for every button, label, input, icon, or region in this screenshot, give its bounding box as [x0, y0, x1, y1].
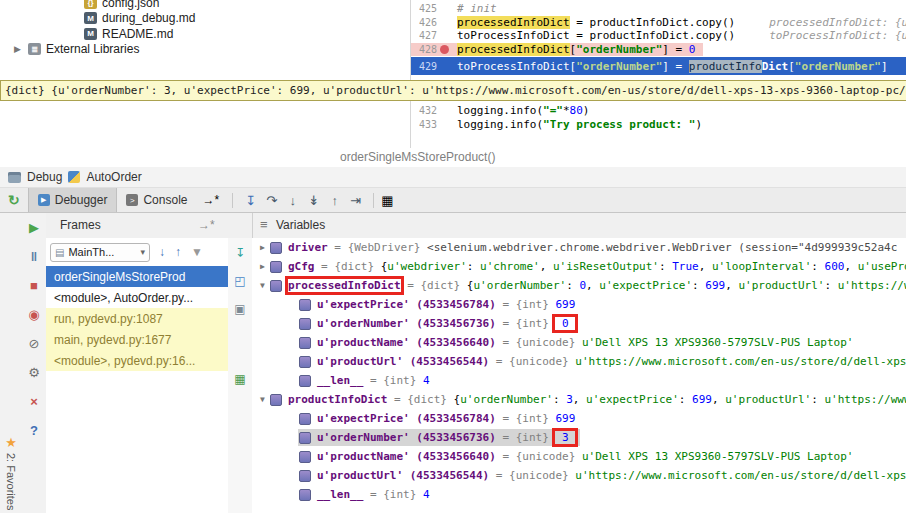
- line-number[interactable]: 427: [411, 30, 437, 41]
- editor-line-426[interactable]: 426processedInfoDict = productInfoDict.c…: [411, 16, 906, 30]
- stepping-toolbar: ↧↷↓↡↑⇥: [240, 193, 366, 208]
- frame-row[interactable]: <module>, pydevd.py:16...: [46, 350, 228, 371]
- close-icon[interactable]: ×: [22, 395, 46, 409]
- variable-row[interactable]: u'productUrl' (4533456544) = {unicode} u…: [252, 466, 906, 485]
- editor-line-432[interactable]: 432logging.info("="*80): [411, 104, 906, 118]
- text-segment: :: [679, 393, 692, 406]
- text-segment: toProcessInfoDict = productInfoDict.copy…: [457, 29, 735, 42]
- tree-item-external-libraries[interactable]: ▶External Libraries: [0, 42, 410, 58]
- code-text: processedInfoDict["orderNumber"] = 0: [451, 43, 695, 56]
- prev-frame-icon[interactable]: ↑: [175, 245, 181, 259]
- text-segment: __len__: [317, 374, 363, 387]
- text-segment: :: [811, 393, 824, 406]
- editor-line-427[interactable]: 427toProcessInfoDict = productInfoDict.c…: [411, 29, 906, 43]
- variable-row[interactable]: __len__ = {int} 4: [252, 371, 906, 390]
- hide-library-frames-icon[interactable]: ▼: [191, 245, 203, 259]
- variable-row[interactable]: ▼processedInfoDict = {dict} {u'orderNumb…: [252, 276, 906, 295]
- variable-row[interactable]: __len__ = {int} 4: [252, 485, 906, 504]
- tab-console[interactable]: Console: [117, 188, 196, 212]
- restore-frame-icon[interactable]: ↧: [228, 246, 252, 260]
- variable-icon: [299, 489, 311, 501]
- settings-icon[interactable]: ⚙: [22, 366, 46, 380]
- pause-icon[interactable]: ‖: [22, 250, 46, 264]
- text-segment: u'productUrl': [738, 279, 824, 292]
- variable-row[interactable]: u'productUrl' (4533456544) = {unicode} u…: [252, 352, 906, 371]
- tab-debugger[interactable]: Debugger: [28, 188, 118, 212]
- code-text: logging.info("Try process product: "): [451, 118, 702, 131]
- text-segment: 4: [423, 374, 430, 387]
- code-editor[interactable]: 425# init426processedInfoDict = productI…: [411, 0, 906, 148]
- thread-selector-dropdown[interactable]: ▤ MainTh... ▾: [50, 243, 150, 262]
- threads-view-icon[interactable]: ◰: [228, 274, 252, 288]
- view-breakpoints-icon[interactable]: ◉: [22, 308, 46, 322]
- copy-value-icon[interactable]: ▣: [228, 302, 252, 316]
- text-segment: 3: [555, 431, 575, 444]
- menu-icon[interactable]: ≡: [260, 217, 268, 232]
- editor-line-425[interactable]: 425# init: [411, 2, 906, 16]
- variable-row[interactable]: u'productName' (4533456640) = {unicode} …: [252, 333, 906, 352]
- editor-line-433[interactable]: 433logging.info("Try process product: "): [411, 118, 906, 132]
- help-icon[interactable]: ?: [22, 424, 46, 438]
- variable-row[interactable]: ▶driver = {WebDriver} <selenium.webdrive…: [252, 238, 906, 257]
- text-segment: =: [496, 412, 516, 425]
- next-frame-icon[interactable]: ↓: [159, 245, 165, 259]
- expand-icon[interactable]: ▶: [256, 262, 269, 271]
- text-segment: ,: [573, 393, 586, 406]
- expand-icon[interactable]: ▶: [256, 243, 269, 252]
- tree-expander-icon[interactable]: ▶: [14, 44, 26, 54]
- text-segment: {int}: [516, 317, 556, 330]
- tree-item-config-json[interactable]: config.json: [0, 0, 410, 11]
- variable-row[interactable]: u'expectPrice' (4533456784) = {int} 699: [252, 409, 906, 428]
- frame-row[interactable]: orderSingleMsStoreProd: [46, 266, 228, 287]
- mute-breakpoints-icon[interactable]: ⊘: [22, 337, 46, 351]
- tree-item-readme-md[interactable]: README.md: [0, 26, 410, 42]
- variable-row-content: ▶gCfg = {dict} {u'webdriver': u'chrome',…: [256, 258, 906, 275]
- variable-row[interactable]: u'orderNumber' (4533456736) = {int} 0: [252, 314, 906, 333]
- breakpoint-icon[interactable]: [437, 45, 451, 54]
- collapse-icon[interactable]: ▼: [256, 395, 269, 404]
- tabs-container: DebuggerConsole: [28, 188, 197, 212]
- evaluate-expression-icon[interactable]: ▦: [381, 193, 393, 208]
- step-out-icon[interactable]: ↑: [324, 193, 345, 208]
- resume-icon[interactable]: ▶: [22, 221, 46, 235]
- rerun-icon[interactable]: ↻: [8, 192, 20, 208]
- text-segment: True: [672, 260, 699, 273]
- line-number[interactable]: 428: [411, 44, 437, 55]
- pin-icon[interactable]: →*: [202, 193, 219, 207]
- variable-row[interactable]: ▶gCfg = {dict} {u'webdriver': u'chrome',…: [252, 257, 906, 276]
- frame-row[interactable]: <module>, AutoOrder.py...: [46, 287, 228, 308]
- force-step-into-icon[interactable]: ↡: [303, 193, 324, 208]
- table-view-icon[interactable]: ▦: [228, 372, 252, 386]
- frame-row[interactable]: main, pydevd.py:1677: [46, 329, 228, 350]
- text-segment: u'productUrl' (4533456544): [317, 469, 489, 482]
- run-to-cursor-icon[interactable]: ⇥: [345, 193, 366, 208]
- variable-row[interactable]: u'productName' (4533456640) = {unicode} …: [252, 447, 906, 466]
- text-segment: {WebDriver}: [348, 241, 427, 254]
- variable-row[interactable]: ▼productInfoDict = {dict} {u'orderNumber…: [252, 390, 906, 409]
- variable-row[interactable]: u'orderNumber' (4533456736) = {int} 3: [252, 428, 906, 447]
- line-number[interactable]: 429: [411, 61, 437, 72]
- breadcrumb-function[interactable]: orderSingleMsStoreProduct(): [340, 150, 495, 164]
- toolwindow-stripe: ★ 2: Favorites: [0, 213, 23, 513]
- line-number[interactable]: 433: [411, 119, 437, 130]
- editor-line-428[interactable]: 428processedInfoDict["orderNumber"] = 0: [411, 43, 703, 57]
- editor-line-429[interactable]: 429toProcessInfoDict["orderNumber"] = pr…: [411, 57, 906, 75]
- stop-icon[interactable]: ■: [22, 279, 46, 293]
- variable-row[interactable]: u'expectPrice' (4533456784) = {int} 699: [252, 295, 906, 314]
- favorites-toolwindow-button[interactable]: ★ 2: Favorites: [0, 435, 22, 510]
- tree-item-during-debug-md[interactable]: during_debug.md: [0, 11, 410, 27]
- variable-icon: [299, 432, 311, 444]
- step-into-icon[interactable]: ↓: [282, 193, 303, 208]
- collapse-icon[interactable]: ▼: [256, 281, 269, 290]
- debugger-value-tooltip: {dict} {u'orderNumber': 3, u'expectPrice…: [0, 80, 906, 101]
- line-number[interactable]: 426: [411, 17, 437, 28]
- text-segment: :: [811, 260, 824, 273]
- line-number[interactable]: 425: [411, 3, 437, 14]
- frame-row[interactable]: run, pydevd.py:1087: [46, 308, 228, 329]
- text-segment: productInfoDict: [288, 393, 387, 406]
- frames-side-toolbar: ↧◰▣▦: [228, 238, 253, 513]
- step-over-icon[interactable]: ↷: [261, 193, 282, 208]
- line-number[interactable]: 432: [411, 105, 437, 116]
- restore-layout-icon[interactable]: →*: [198, 218, 215, 232]
- show-execution-point-icon[interactable]: ↧: [240, 193, 261, 208]
